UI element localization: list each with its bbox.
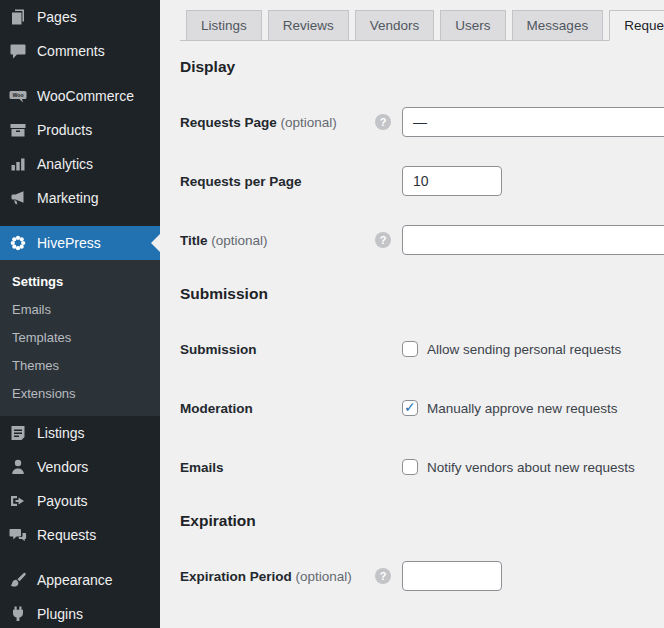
optional-text: (optional)	[211, 233, 267, 248]
hivepress-icon	[8, 233, 28, 253]
requests-per-page-input[interactable]	[402, 166, 502, 196]
sidebar-item-listings[interactable]: Listings	[0, 416, 160, 450]
checkbox-label: Manually approve new requests	[427, 401, 618, 416]
field-row-submission: Submission Allow sending personal reques…	[180, 334, 664, 364]
field-row-expiration-period: Expiration Period (optional) ?	[180, 561, 664, 591]
manually-approve-checkbox[interactable]	[402, 400, 418, 416]
listings-icon	[8, 423, 28, 443]
tab-listings[interactable]: Listings	[186, 10, 262, 41]
field-row-requests-page: Requests Page (optional) ? —	[180, 107, 664, 137]
help-slot: ?	[375, 232, 402, 248]
svg-text:Woo: Woo	[12, 92, 23, 98]
pages-icon	[8, 7, 28, 27]
tab-vendors[interactable]: Vendors	[355, 10, 435, 41]
sidebar-item-label: WooCommerce	[37, 88, 134, 104]
sidebar-item-analytics[interactable]: Analytics	[0, 147, 160, 181]
sidebar-item-vendors[interactable]: Vendors	[0, 450, 160, 484]
sidebar-item-label: Appearance	[37, 572, 113, 588]
expiration-period-input[interactable]	[402, 561, 502, 591]
help-slot: ?	[375, 114, 402, 130]
field-label-text: Emails	[180, 460, 224, 475]
sidebar-item-label: Payouts	[37, 493, 88, 509]
sidebar-item-requests[interactable]: Requests	[0, 518, 160, 552]
submenu-item-label: Settings	[12, 274, 63, 289]
title-input[interactable]	[402, 225, 664, 255]
submenu-item-emails[interactable]: Emails	[0, 295, 160, 323]
field-label-text: Requests per Page	[180, 174, 302, 189]
field-row-requests-per-page: Requests per Page	[180, 166, 664, 196]
submenu-item-extensions[interactable]: Extensions	[0, 379, 160, 407]
field-label-text: Requests Page	[180, 115, 277, 130]
question-mark-icon[interactable]: ?	[375, 114, 391, 130]
section-title: Expiration	[180, 512, 664, 530]
field-label: Submission	[180, 342, 375, 357]
sidebar-item-marketing[interactable]: Marketing	[0, 181, 160, 215]
requests-page-select[interactable]: —	[402, 107, 664, 137]
checkbox-label: Notify vendors about new requests	[427, 460, 635, 475]
vendors-icon	[8, 457, 28, 477]
sidebar-item-label: Comments	[37, 43, 105, 59]
tab-users[interactable]: Users	[440, 10, 505, 41]
sidebar-item-pages[interactable]: Pages	[0, 0, 160, 34]
section-submission: Submission Submission Allow sending pers…	[180, 285, 664, 482]
section-title: Display	[180, 58, 664, 76]
plugins-icon	[8, 604, 28, 624]
hivepress-submenu: Settings Emails Templates Themes Extensi…	[0, 260, 160, 416]
notify-vendors-checkbox[interactable]	[402, 459, 418, 475]
sidebar-item-payouts[interactable]: Payouts	[0, 484, 160, 518]
settings-content: Listings Reviews Vendors Users Messages …	[160, 0, 664, 591]
marketing-icon	[8, 188, 28, 208]
menu-separator	[0, 68, 160, 79]
sidebar-item-plugins[interactable]: Plugins	[0, 597, 160, 628]
sidebar-item-comments[interactable]: Comments	[0, 34, 160, 68]
submenu-item-label: Emails	[12, 302, 51, 317]
settings-tabbar: Listings Reviews Vendors Users Messages …	[180, 10, 664, 41]
sidebar-item-products[interactable]: Products	[0, 113, 160, 147]
sidebar-item-woocommerce[interactable]: Woo WooCommerce	[0, 79, 160, 113]
optional-text: (optional)	[296, 569, 352, 584]
submenu-item-settings[interactable]: Settings	[0, 267, 160, 295]
payouts-icon	[8, 491, 28, 511]
submenu-item-label: Templates	[12, 330, 71, 345]
section-expiration: Expiration Expiration Period (optional) …	[180, 512, 664, 591]
field-label-text: Moderation	[180, 401, 253, 416]
analytics-icon	[8, 154, 28, 174]
question-mark-icon[interactable]: ?	[375, 232, 391, 248]
allow-personal-requests-checkbox[interactable]	[402, 341, 418, 357]
sidebar-item-appearance[interactable]: Appearance	[0, 563, 160, 597]
field-row-emails: Emails Notify vendors about new requests	[180, 452, 664, 482]
section-title: Submission	[180, 285, 664, 303]
submenu-item-label: Themes	[12, 358, 59, 373]
field-row-moderation: Moderation Manually approve new requests	[180, 393, 664, 423]
menu-separator	[0, 215, 160, 226]
submenu-item-themes[interactable]: Themes	[0, 351, 160, 379]
sidebar-item-label: Requests	[37, 527, 96, 543]
sidebar-item-hivepress[interactable]: HivePress	[0, 226, 160, 260]
woocommerce-icon: Woo	[8, 86, 28, 106]
field-row-title: Title (optional) ?	[180, 225, 664, 255]
question-mark-icon[interactable]: ?	[375, 568, 391, 584]
sidebar-item-label: Marketing	[37, 190, 98, 206]
comments-icon	[8, 41, 28, 61]
sidebar-item-label: Vendors	[37, 459, 88, 475]
products-icon	[8, 120, 28, 140]
appearance-icon	[8, 570, 28, 590]
requests-icon	[8, 525, 28, 545]
field-label: Expiration Period (optional)	[180, 569, 375, 584]
field-label-text: Title	[180, 233, 208, 248]
sidebar-item-label: Pages	[37, 9, 77, 25]
sidebar-item-label: Products	[37, 122, 92, 138]
tab-reviews[interactable]: Reviews	[268, 10, 349, 41]
sidebar-item-label: Analytics	[37, 156, 93, 172]
field-label-text: Submission	[180, 342, 257, 357]
field-label: Requests Page (optional)	[180, 115, 375, 130]
submenu-item-templates[interactable]: Templates	[0, 323, 160, 351]
optional-text: (optional)	[281, 115, 337, 130]
tab-messages[interactable]: Messages	[512, 10, 604, 41]
tab-requests[interactable]: Requests	[609, 10, 664, 41]
field-label: Emails	[180, 460, 375, 475]
submenu-item-label: Extensions	[12, 386, 76, 401]
select-value: —	[413, 114, 427, 130]
field-label-text: Expiration Period	[180, 569, 292, 584]
field-label: Moderation	[180, 401, 375, 416]
